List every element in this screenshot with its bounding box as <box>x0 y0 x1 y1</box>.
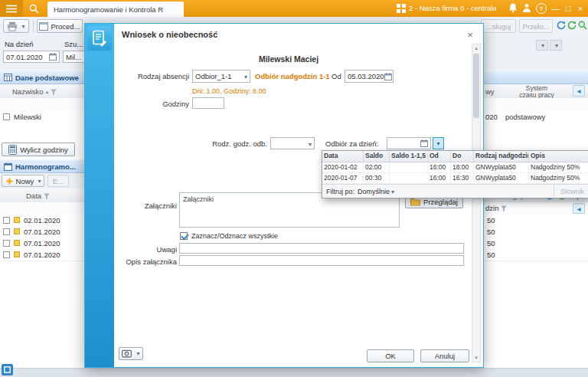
minimize-button[interactable]: — <box>550 0 562 17</box>
print-button[interactable] <box>3 19 29 33</box>
column-nazwisko[interactable]: Nazwisko ▴ <box>12 87 57 96</box>
window-tile-icon <box>4 366 11 373</box>
row-checkbox[interactable] <box>3 228 10 235</box>
date-filter-value: 07.01.2020 <box>6 53 49 61</box>
panel-options-icon[interactable] <box>550 40 562 51</box>
popup-col[interactable]: Saldo <box>364 151 390 162</box>
company-selector[interactable]: 2 - Nasza firma 0 - centrala <box>409 4 505 12</box>
app-grid-icon[interactable] <box>397 4 406 13</box>
remarks-input[interactable] <box>179 243 464 254</box>
filter-funnel-icon[interactable] <box>51 89 57 95</box>
attachment-desc-input[interactable] <box>179 255 464 266</box>
overtime-day-dropdown-button[interactable] <box>433 137 444 149</box>
collapse-panel-arrow[interactable] <box>573 203 585 214</box>
column-dzin-label: dzin <box>485 204 498 212</box>
dialog-scrollbar[interactable]: ▴ ▾ <box>472 44 481 362</box>
calendar-icon[interactable] <box>49 53 57 61</box>
filter-by-label: Filtruj po: <box>326 188 354 195</box>
maximize-button[interactable]: □ <box>562 0 574 17</box>
obsluguj-button[interactable]: ...sługuj <box>481 19 516 33</box>
row-checkbox[interactable] <box>3 217 10 224</box>
popup-col[interactable]: Od <box>428 151 451 162</box>
printer-icon <box>7 21 18 31</box>
zoom-icon[interactable] <box>578 21 587 30</box>
window-icon <box>39 22 48 31</box>
filter-by-value: Domyślnie <box>358 188 390 195</box>
ok-button[interactable]: OK <box>367 349 414 362</box>
camera-icon <box>122 349 132 358</box>
dictionary-button[interactable]: Słownik <box>554 185 584 198</box>
notifications-bell-icon[interactable] <box>508 3 518 13</box>
collapse-panel-arrow[interactable] <box>573 85 585 97</box>
absence-type-select[interactable]: Odbior_1-1 <box>192 70 250 83</box>
dialog-side-strip <box>85 24 114 367</box>
hours-label: Godziny <box>114 100 189 108</box>
calendar-icon[interactable] <box>420 139 428 147</box>
column-data[interactable]: Data <box>26 192 50 200</box>
filter-by-select[interactable]: Domyślnie <box>358 188 394 195</box>
toolbar-separator <box>33 20 34 32</box>
from-date-input[interactable]: 05.03.2020 <box>345 70 394 83</box>
popup-row[interactable]: 2020-01-02 02:00 16:00 18:00 GNWyplata50… <box>322 162 588 173</box>
procedures-button[interactable]: Proced... <box>37 19 83 33</box>
overtime-day-label: Odbiór za dzień: <box>325 139 378 148</box>
from-label: Od <box>332 72 341 80</box>
employee-system-cell: podstawowy <box>505 113 545 121</box>
hamburger-menu-button[interactable] <box>0 0 23 17</box>
calendar-icon[interactable] <box>384 73 392 80</box>
row-checkbox[interactable] <box>3 113 10 120</box>
przeloz-button[interactable]: Przeło... <box>519 19 553 33</box>
filter-funnel-icon[interactable] <box>501 205 507 211</box>
select-all-label: Zaznacz/Odznacz wszystkie <box>191 232 278 240</box>
panel-toggle-icon[interactable] <box>536 40 548 51</box>
popup-col[interactable]: Rodzaj nadgodzin <box>474 151 529 162</box>
popup-cell: Nadgodziny 50% <box>529 162 587 172</box>
column-wy[interactable]: wy <box>485 87 495 96</box>
popup-col[interactable]: Do <box>451 151 474 162</box>
scroll-down-arrow[interactable]: ▾ <box>472 354 480 362</box>
overtime-kind-select[interactable] <box>270 137 315 149</box>
dialog-close-button[interactable]: × <box>463 28 477 41</box>
popup-col[interactable]: Opis <box>529 151 587 162</box>
absence-summary: Dni: 1.00, Godziny: 8.00 <box>192 87 266 95</box>
column-dzin[interactable]: dzin <box>485 204 507 212</box>
refresh-all-icon[interactable] <box>567 21 577 30</box>
status-bar <box>0 368 588 377</box>
popup-col[interactable]: Data <box>322 151 364 162</box>
popup-col[interactable]: Saldo 1-1,5 <box>390 151 428 162</box>
schedule-panel-label[interactable]: Harmonogramo... <box>15 162 76 171</box>
help-icon[interactable] <box>536 3 547 14</box>
calculate-hours-button[interactable]: Wylicz godziny <box>2 143 75 156</box>
cancel-button[interactable]: Anuluj <box>420 349 469 362</box>
chevron-down-icon <box>243 72 247 80</box>
hours-input[interactable] <box>192 97 224 109</box>
close-window-button[interactable]: × <box>574 0 586 17</box>
date-filter-input[interactable]: 07.01.2020 <box>3 51 60 63</box>
row-checkbox[interactable] <box>3 240 10 247</box>
table-icon <box>4 74 12 81</box>
overtime-day-input[interactable] <box>387 137 431 149</box>
popup-row[interactable]: 2020-01-07 00:30 16:00 16:30 GNWyplata50… <box>322 173 588 184</box>
refresh-icon[interactable] <box>557 21 566 30</box>
calculator-icon <box>8 145 17 155</box>
filter-funnel-icon[interactable] <box>44 193 50 199</box>
global-search-button[interactable] <box>23 0 44 17</box>
employees-tab-label[interactable]: Dane podstawowe <box>15 74 79 82</box>
start-tile-button[interactable] <box>2 364 13 375</box>
select-all-checkbox[interactable] <box>180 232 188 240</box>
edit-button[interactable]: E... <box>47 175 69 187</box>
new-button[interactable]: Nowy <box>2 175 44 187</box>
column-system-czasu-pracy[interactable]: System czasu pracy <box>504 84 570 99</box>
scroll-up-arrow[interactable]: ▴ <box>472 44 480 52</box>
scrollbar-thumb[interactable] <box>473 54 479 118</box>
popup-cell: 2020-01-02 <box>322 162 364 172</box>
tab-harmonogramowanie[interactable]: Harmonogramowanie i Kontrola R <box>47 2 184 17</box>
day-type-icon <box>14 240 20 246</box>
user-profile-icon[interactable] <box>522 3 531 13</box>
popup-cell: Nadgodziny 50% <box>529 173 587 183</box>
dialog-options-button[interactable] <box>119 347 143 360</box>
calendar-panel-icon <box>4 162 12 171</box>
dialog-title: Wniosek o nieobecność <box>122 30 217 39</box>
row-checkbox[interactable] <box>3 251 10 258</box>
popup-cell: 02:00 <box>364 162 390 172</box>
